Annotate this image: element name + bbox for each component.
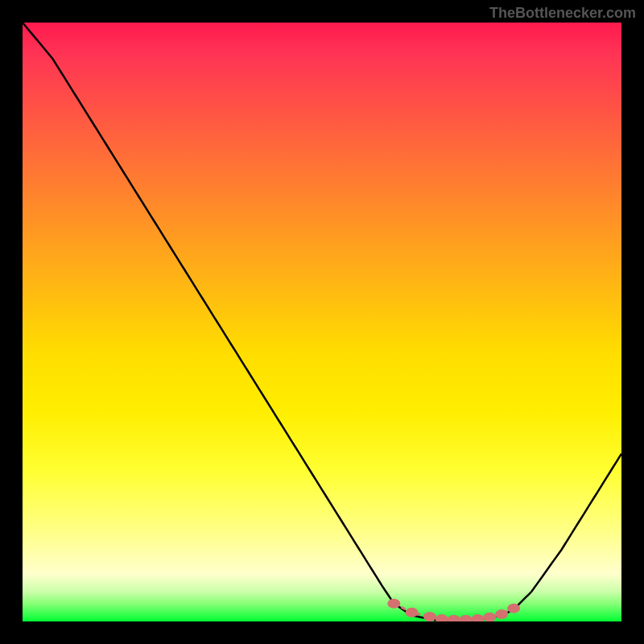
marker-point <box>436 614 448 621</box>
marker-point <box>507 604 520 613</box>
bottleneck-curve <box>23 23 621 621</box>
marker-point <box>483 613 496 621</box>
marker-point <box>460 615 473 621</box>
marker-point <box>495 609 508 619</box>
watermark-text: TheBottlenecker.com <box>489 5 636 22</box>
chart-plot-area <box>23 23 621 621</box>
marker-point <box>406 608 419 617</box>
marker-point <box>448 615 460 621</box>
curve-group <box>23 23 621 621</box>
marker-point <box>471 614 484 621</box>
markers-group <box>387 599 520 621</box>
chart-svg <box>23 23 621 621</box>
marker-point <box>387 599 400 609</box>
marker-point <box>423 612 436 621</box>
